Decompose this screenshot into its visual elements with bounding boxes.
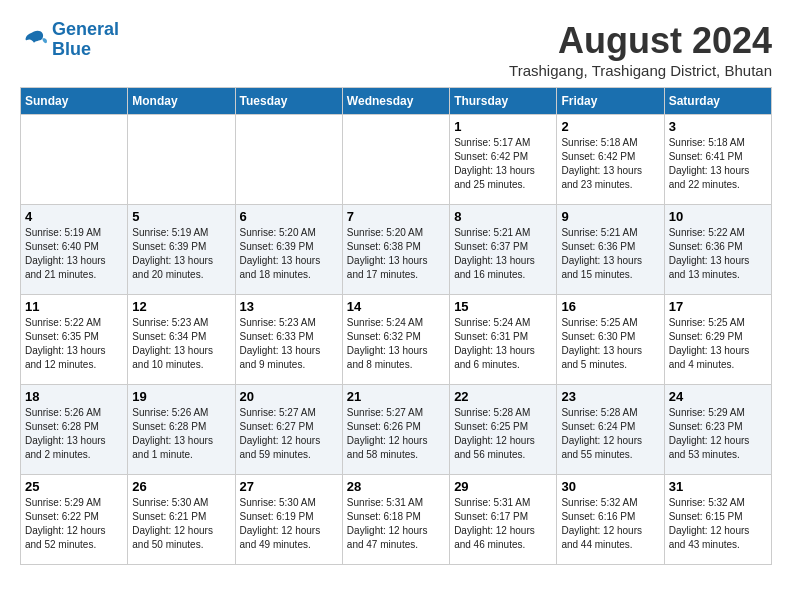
day-info: Sunrise: 5:28 AM Sunset: 6:25 PM Dayligh… <box>454 406 552 462</box>
day-info: Sunrise: 5:26 AM Sunset: 6:28 PM Dayligh… <box>25 406 123 462</box>
calendar-cell: 21Sunrise: 5:27 AM Sunset: 6:26 PM Dayli… <box>342 385 449 475</box>
day-number: 25 <box>25 479 123 494</box>
calendar-cell: 19Sunrise: 5:26 AM Sunset: 6:28 PM Dayli… <box>128 385 235 475</box>
day-info: Sunrise: 5:30 AM Sunset: 6:21 PM Dayligh… <box>132 496 230 552</box>
day-number: 20 <box>240 389 338 404</box>
day-info: Sunrise: 5:24 AM Sunset: 6:31 PM Dayligh… <box>454 316 552 372</box>
day-info: Sunrise: 5:31 AM Sunset: 6:18 PM Dayligh… <box>347 496 445 552</box>
day-info: Sunrise: 5:26 AM Sunset: 6:28 PM Dayligh… <box>132 406 230 462</box>
day-number: 16 <box>561 299 659 314</box>
calendar-cell: 28Sunrise: 5:31 AM Sunset: 6:18 PM Dayli… <box>342 475 449 565</box>
week-row-5: 25Sunrise: 5:29 AM Sunset: 6:22 PM Dayli… <box>21 475 772 565</box>
week-row-4: 18Sunrise: 5:26 AM Sunset: 6:28 PM Dayli… <box>21 385 772 475</box>
calendar-cell: 5Sunrise: 5:19 AM Sunset: 6:39 PM Daylig… <box>128 205 235 295</box>
calendar-cell: 30Sunrise: 5:32 AM Sunset: 6:16 PM Dayli… <box>557 475 664 565</box>
calendar-cell: 15Sunrise: 5:24 AM Sunset: 6:31 PM Dayli… <box>450 295 557 385</box>
page-header: General Blue August 2024 Trashigang, Tra… <box>20 20 772 79</box>
calendar-cell: 3Sunrise: 5:18 AM Sunset: 6:41 PM Daylig… <box>664 115 771 205</box>
calendar-cell: 22Sunrise: 5:28 AM Sunset: 6:25 PM Dayli… <box>450 385 557 475</box>
calendar-cell: 10Sunrise: 5:22 AM Sunset: 6:36 PM Dayli… <box>664 205 771 295</box>
day-number: 8 <box>454 209 552 224</box>
day-number: 19 <box>132 389 230 404</box>
calendar-cell: 20Sunrise: 5:27 AM Sunset: 6:27 PM Dayli… <box>235 385 342 475</box>
day-info: Sunrise: 5:21 AM Sunset: 6:36 PM Dayligh… <box>561 226 659 282</box>
week-row-1: 1Sunrise: 5:17 AM Sunset: 6:42 PM Daylig… <box>21 115 772 205</box>
day-info: Sunrise: 5:32 AM Sunset: 6:15 PM Dayligh… <box>669 496 767 552</box>
day-number: 23 <box>561 389 659 404</box>
day-number: 12 <box>132 299 230 314</box>
day-info: Sunrise: 5:19 AM Sunset: 6:40 PM Dayligh… <box>25 226 123 282</box>
day-number: 2 <box>561 119 659 134</box>
day-number: 27 <box>240 479 338 494</box>
header-day-friday: Friday <box>557 88 664 115</box>
day-number: 15 <box>454 299 552 314</box>
calendar-cell: 7Sunrise: 5:20 AM Sunset: 6:38 PM Daylig… <box>342 205 449 295</box>
header-day-tuesday: Tuesday <box>235 88 342 115</box>
day-number: 21 <box>347 389 445 404</box>
day-info: Sunrise: 5:20 AM Sunset: 6:39 PM Dayligh… <box>240 226 338 282</box>
day-info: Sunrise: 5:18 AM Sunset: 6:42 PM Dayligh… <box>561 136 659 192</box>
day-info: Sunrise: 5:29 AM Sunset: 6:23 PM Dayligh… <box>669 406 767 462</box>
calendar-cell: 12Sunrise: 5:23 AM Sunset: 6:34 PM Dayli… <box>128 295 235 385</box>
day-info: Sunrise: 5:27 AM Sunset: 6:27 PM Dayligh… <box>240 406 338 462</box>
day-number: 6 <box>240 209 338 224</box>
logo-text: General Blue <box>52 20 119 60</box>
day-info: Sunrise: 5:23 AM Sunset: 6:34 PM Dayligh… <box>132 316 230 372</box>
day-number: 30 <box>561 479 659 494</box>
day-info: Sunrise: 5:20 AM Sunset: 6:38 PM Dayligh… <box>347 226 445 282</box>
subtitle: Trashigang, Trashigang District, Bhutan <box>509 62 772 79</box>
calendar-cell: 31Sunrise: 5:32 AM Sunset: 6:15 PM Dayli… <box>664 475 771 565</box>
day-info: Sunrise: 5:30 AM Sunset: 6:19 PM Dayligh… <box>240 496 338 552</box>
day-number: 11 <box>25 299 123 314</box>
day-info: Sunrise: 5:27 AM Sunset: 6:26 PM Dayligh… <box>347 406 445 462</box>
week-row-2: 4Sunrise: 5:19 AM Sunset: 6:40 PM Daylig… <box>21 205 772 295</box>
day-info: Sunrise: 5:25 AM Sunset: 6:29 PM Dayligh… <box>669 316 767 372</box>
day-number: 28 <box>347 479 445 494</box>
calendar-cell: 13Sunrise: 5:23 AM Sunset: 6:33 PM Dayli… <box>235 295 342 385</box>
calendar-cell: 17Sunrise: 5:25 AM Sunset: 6:29 PM Dayli… <box>664 295 771 385</box>
calendar-cell: 27Sunrise: 5:30 AM Sunset: 6:19 PM Dayli… <box>235 475 342 565</box>
title-section: August 2024 Trashigang, Trashigang Distr… <box>509 20 772 79</box>
day-number: 1 <box>454 119 552 134</box>
calendar-cell: 4Sunrise: 5:19 AM Sunset: 6:40 PM Daylig… <box>21 205 128 295</box>
day-info: Sunrise: 5:19 AM Sunset: 6:39 PM Dayligh… <box>132 226 230 282</box>
header-day-wednesday: Wednesday <box>342 88 449 115</box>
calendar-cell: 25Sunrise: 5:29 AM Sunset: 6:22 PM Dayli… <box>21 475 128 565</box>
calendar-cell: 23Sunrise: 5:28 AM Sunset: 6:24 PM Dayli… <box>557 385 664 475</box>
day-info: Sunrise: 5:23 AM Sunset: 6:33 PM Dayligh… <box>240 316 338 372</box>
calendar-cell <box>21 115 128 205</box>
day-number: 9 <box>561 209 659 224</box>
day-info: Sunrise: 5:29 AM Sunset: 6:22 PM Dayligh… <box>25 496 123 552</box>
calendar-cell: 26Sunrise: 5:30 AM Sunset: 6:21 PM Dayli… <box>128 475 235 565</box>
day-number: 22 <box>454 389 552 404</box>
calendar-cell: 9Sunrise: 5:21 AM Sunset: 6:36 PM Daylig… <box>557 205 664 295</box>
day-number: 26 <box>132 479 230 494</box>
calendar-cell: 11Sunrise: 5:22 AM Sunset: 6:35 PM Dayli… <box>21 295 128 385</box>
day-number: 24 <box>669 389 767 404</box>
calendar-cell: 14Sunrise: 5:24 AM Sunset: 6:32 PM Dayli… <box>342 295 449 385</box>
calendar-cell <box>128 115 235 205</box>
calendar-cell: 16Sunrise: 5:25 AM Sunset: 6:30 PM Dayli… <box>557 295 664 385</box>
calendar-cell: 1Sunrise: 5:17 AM Sunset: 6:42 PM Daylig… <box>450 115 557 205</box>
day-number: 10 <box>669 209 767 224</box>
day-info: Sunrise: 5:28 AM Sunset: 6:24 PM Dayligh… <box>561 406 659 462</box>
calendar-cell: 24Sunrise: 5:29 AM Sunset: 6:23 PM Dayli… <box>664 385 771 475</box>
day-number: 3 <box>669 119 767 134</box>
calendar-cell: 2Sunrise: 5:18 AM Sunset: 6:42 PM Daylig… <box>557 115 664 205</box>
calendar-cell <box>235 115 342 205</box>
header-day-sunday: Sunday <box>21 88 128 115</box>
header-day-monday: Monday <box>128 88 235 115</box>
day-info: Sunrise: 5:21 AM Sunset: 6:37 PM Dayligh… <box>454 226 552 282</box>
day-info: Sunrise: 5:25 AM Sunset: 6:30 PM Dayligh… <box>561 316 659 372</box>
day-number: 4 <box>25 209 123 224</box>
day-info: Sunrise: 5:31 AM Sunset: 6:17 PM Dayligh… <box>454 496 552 552</box>
day-number: 18 <box>25 389 123 404</box>
calendar-cell <box>342 115 449 205</box>
calendar-cell: 6Sunrise: 5:20 AM Sunset: 6:39 PM Daylig… <box>235 205 342 295</box>
day-info: Sunrise: 5:18 AM Sunset: 6:41 PM Dayligh… <box>669 136 767 192</box>
header-row: SundayMondayTuesdayWednesdayThursdayFrid… <box>21 88 772 115</box>
header-day-thursday: Thursday <box>450 88 557 115</box>
calendar-cell: 18Sunrise: 5:26 AM Sunset: 6:28 PM Dayli… <box>21 385 128 475</box>
day-number: 13 <box>240 299 338 314</box>
logo-bird-icon <box>20 26 48 54</box>
